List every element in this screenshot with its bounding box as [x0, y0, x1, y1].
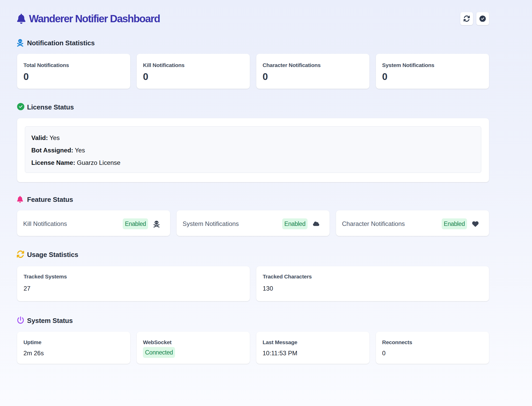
section-head: License Status: [17, 103, 489, 111]
stat-label: System Notifications: [382, 62, 483, 68]
section-feature-status: Feature Status Kill Notifications Enable…: [17, 196, 489, 236]
status-badge: Enabled: [123, 218, 148, 229]
header-buttons: [460, 12, 489, 25]
feature-cards: Kill Notifications Enabled System Notifi…: [17, 210, 489, 236]
section-usage-statistics: Usage Statistics Tracked Systems 27 Trac…: [17, 251, 489, 301]
section-head: Usage Statistics: [17, 251, 489, 259]
stat-value: 0: [382, 71, 483, 83]
title-wrap: Wanderer Notifier Dashboard: [17, 12, 160, 25]
section-notification-statistics: Notification Statistics Total Notificati…: [17, 39, 489, 89]
license-field-value: Guarzo License: [77, 159, 120, 166]
usage-label: Tracked Characters: [263, 273, 483, 280]
section-head: Feature Status: [17, 196, 489, 203]
badge-row: Connected: [143, 347, 244, 358]
stat-value: 0: [263, 71, 363, 83]
system-card-last-message: Last Message 10:11:53 PM: [256, 332, 369, 364]
stat-label: Total Notifications: [24, 62, 124, 68]
system-value: 0: [382, 350, 483, 357]
system-card-websocket: WebSocket Connected: [137, 332, 250, 364]
stat-value: 0: [143, 71, 244, 83]
stat-card-total: Total Notifications 0: [17, 54, 130, 89]
feature-card-system: System Notifications Enabled: [177, 210, 330, 236]
section-title: System Status: [27, 317, 73, 324]
stat-card-kill: Kill Notifications 0: [137, 54, 250, 89]
skull-crossbones-icon: [17, 39, 23, 47]
system-card-reconnects: Reconnects 0: [376, 332, 489, 364]
usage-cards: Tracked Systems 27 Tracked Characters 13…: [17, 266, 489, 301]
system-cards: Uptime 2m 26s WebSocket Connected Last M…: [17, 332, 489, 364]
system-value: 2m 26s: [24, 350, 124, 357]
license-field-label: Bot Assigned:: [31, 147, 73, 154]
stat-label: Character Notifications: [263, 62, 363, 68]
refresh-button[interactable]: [460, 12, 473, 25]
usage-label: Tracked Systems: [24, 273, 244, 280]
license-bot-assigned: Bot Assigned: Yes: [31, 144, 475, 157]
system-label: WebSocket: [143, 339, 244, 346]
skull-crossbones-icon: [152, 221, 161, 228]
bell-icon: [17, 14, 25, 24]
stat-label: Kill Notifications: [143, 62, 244, 68]
feature-card-character: Character Notifications Enabled: [336, 210, 489, 236]
system-label: Uptime: [24, 339, 124, 346]
system-card-uptime: Uptime 2m 26s: [17, 332, 130, 364]
system-label: Reconnects: [382, 339, 483, 346]
check-circle-icon: [479, 16, 486, 22]
license-name: License Name: Guarzo License: [31, 157, 475, 169]
websocket-status-badge: Connected: [143, 347, 175, 358]
section-system-status: System Status Uptime 2m 26s WebSocket Co…: [17, 317, 489, 364]
system-value: 10:11:53 PM: [263, 350, 363, 357]
section-head: Notification Statistics: [17, 39, 489, 47]
license-valid: Valid: Yes: [31, 132, 475, 144]
header: Wanderer Notifier Dashboard: [17, 12, 489, 25]
sync-icon: [17, 250, 24, 259]
bell-icon: [17, 196, 23, 203]
status-button[interactable]: [476, 12, 489, 25]
usage-card-systems: Tracked Systems 27: [17, 266, 250, 301]
section-license-status: License Status Valid: Yes Bot Assigned: …: [17, 103, 489, 182]
feature-label: Kill Notifications: [23, 220, 123, 227]
section-head: System Status: [17, 317, 489, 324]
section-title: Notification Statistics: [27, 39, 94, 47]
stat-value: 0: [24, 71, 124, 83]
section-title: Usage Statistics: [27, 251, 78, 259]
system-label: Last Message: [263, 339, 363, 346]
dashboard-page: Wanderer Notifier Dashboard Notification…: [0, 0, 515, 364]
section-title: Feature Status: [27, 196, 73, 203]
section-title: License Status: [27, 103, 74, 111]
license-field-label: License Name:: [31, 159, 75, 166]
status-badge: Enabled: [282, 218, 308, 229]
license-box: Valid: Yes Bot Assigned: Yes License Nam…: [25, 126, 481, 173]
power-icon: [17, 316, 24, 324]
page-title: Wanderer Notifier Dashboard: [29, 12, 160, 25]
license-field-value: Yes: [49, 134, 60, 141]
status-badge: Enabled: [442, 218, 467, 229]
license-field-value: Yes: [75, 147, 85, 154]
stat-card-character: Character Notifications 0: [256, 54, 369, 89]
license-field-label: Valid:: [31, 134, 48, 141]
feature-label: System Notifications: [183, 220, 282, 227]
usage-value: 130: [263, 285, 483, 292]
stat-card-system: System Notifications 0: [376, 54, 489, 89]
circle-check-icon: [17, 103, 24, 110]
usage-card-characters: Tracked Characters 130: [256, 266, 489, 301]
feature-label: Character Notifications: [342, 220, 442, 227]
license-card: Valid: Yes Bot Assigned: Yes License Nam…: [17, 118, 489, 182]
cloud-icon: [312, 222, 320, 227]
stat-cards: Total Notifications 0 Kill Notifications…: [17, 54, 489, 89]
refresh-icon: [463, 15, 470, 22]
feature-card-kill: Kill Notifications Enabled: [17, 210, 170, 236]
heart-icon: [471, 221, 480, 227]
usage-value: 27: [24, 285, 244, 292]
